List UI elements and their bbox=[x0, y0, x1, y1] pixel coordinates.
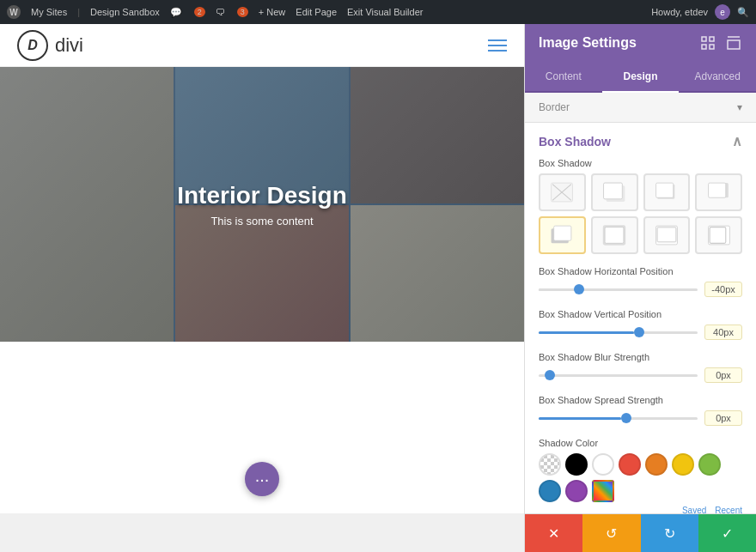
vertical-position-value[interactable]: 40px bbox=[704, 325, 742, 340]
blur-strength-thumb[interactable] bbox=[545, 370, 555, 380]
vertical-position-label: Box Shadow Vertical Position bbox=[539, 309, 742, 319]
shadow-option-7[interactable] bbox=[695, 216, 742, 254]
color-swatch-white[interactable] bbox=[592, 453, 614, 476]
spread-strength-row: Box Shadow Spread Strength 0px bbox=[539, 395, 742, 426]
svg-rect-0 bbox=[702, 37, 706, 41]
blur-strength-label: Box Shadow Blur Strength bbox=[539, 352, 742, 362]
admin-bar: W My Sites | Design Sandbox 💬 2 🗨 3 + Ne… bbox=[0, 0, 756, 24]
tab-advanced[interactable]: Advanced bbox=[679, 62, 756, 91]
color-swatch-purple[interactable] bbox=[565, 480, 588, 502]
new-link[interactable]: + New bbox=[259, 7, 286, 17]
spread-strength-track[interactable] bbox=[539, 417, 698, 420]
svg-rect-2 bbox=[702, 45, 706, 49]
saved-label[interactable]: Saved bbox=[682, 506, 706, 513]
reset-button[interactable]: ↺ bbox=[582, 514, 640, 552]
shadow-option-1[interactable] bbox=[591, 173, 638, 211]
hero-area: Interior Design This is some content bbox=[0, 67, 524, 342]
shadow-option-2[interactable] bbox=[643, 173, 691, 211]
spread-strength-control: 0px bbox=[539, 410, 742, 426]
blur-strength-value[interactable]: 0px bbox=[704, 367, 742, 383]
exit-vb-link[interactable]: Exit Visual Builder bbox=[347, 7, 423, 17]
shadow-option-3[interactable] bbox=[695, 173, 742, 211]
recent-label[interactable]: Recent bbox=[715, 506, 742, 513]
color-swatch-brush[interactable] bbox=[592, 480, 614, 502]
box-shadow-section: Box Shadow ∧ Box Shadow bbox=[525, 123, 756, 513]
svg-rect-22 bbox=[708, 226, 729, 245]
vertical-position-row: Box Shadow Vertical Position 40px bbox=[539, 309, 742, 340]
float-action-button[interactable]: ··· bbox=[245, 462, 279, 496]
svg-rect-3 bbox=[710, 45, 714, 49]
refresh-button[interactable]: ↻ bbox=[641, 514, 698, 552]
border-section-collapsed[interactable]: Border ▾ bbox=[525, 93, 756, 123]
horizontal-position-value[interactable]: -40px bbox=[704, 282, 742, 297]
spread-strength-thumb[interactable] bbox=[621, 413, 631, 423]
post-icon[interactable]: 🗨 bbox=[216, 7, 225, 17]
wp-icon[interactable]: W bbox=[7, 5, 21, 19]
hero-overlay: Interior Design This is some content bbox=[0, 67, 524, 342]
main-layout: D divi Interior Design This is some bbox=[0, 24, 756, 552]
spread-strength-value[interactable]: 0px bbox=[704, 410, 742, 426]
admin-bar-right: Howdy, etdev e 🔍 bbox=[651, 4, 749, 20]
spread-strength-label: Box Shadow Spread Strength bbox=[539, 395, 742, 405]
logo-letter: D bbox=[27, 38, 38, 53]
search-icon[interactable]: 🔍 bbox=[737, 7, 749, 18]
save-button[interactable]: ✓ bbox=[698, 514, 756, 552]
my-sites-link[interactable]: My Sites bbox=[31, 7, 67, 17]
vertical-position-thumb[interactable] bbox=[634, 327, 644, 337]
hamburger-icon[interactable] bbox=[488, 39, 507, 52]
user-avatar[interactable]: e bbox=[715, 4, 730, 20]
shadow-option-4[interactable] bbox=[539, 216, 586, 254]
box-shadow-toggle[interactable]: ∧ bbox=[732, 133, 742, 149]
border-expand-icon: ▾ bbox=[737, 101, 742, 113]
vertical-position-control: 40px bbox=[539, 325, 742, 340]
panel-header-icons bbox=[699, 34, 742, 52]
logo-circle: D bbox=[17, 30, 48, 61]
horizontal-position-row: Box Shadow Horizontal Position -40px bbox=[539, 266, 742, 297]
blur-strength-row: Box Shadow Blur Strength 0px bbox=[539, 352, 742, 383]
shadow-options-grid bbox=[539, 173, 742, 254]
color-swatch-red[interactable] bbox=[619, 453, 641, 476]
horizontal-position-control: -40px bbox=[539, 282, 742, 297]
header-menu[interactable] bbox=[488, 39, 507, 52]
comment-icon[interactable]: 💬 bbox=[170, 7, 182, 18]
tab-design[interactable]: Design bbox=[602, 62, 680, 93]
vertical-position-track[interactable] bbox=[539, 331, 698, 334]
border-section-label: Border bbox=[539, 101, 570, 113]
horizontal-position-label: Box Shadow Horizontal Position bbox=[539, 266, 742, 276]
fullscreen-icon[interactable] bbox=[699, 34, 716, 52]
panel-title: Image Settings bbox=[539, 35, 637, 51]
shadow-option-6[interactable] bbox=[643, 216, 691, 254]
horizontal-position-track[interactable] bbox=[539, 288, 698, 291]
svg-rect-15 bbox=[708, 183, 725, 197]
collapse-icon[interactable] bbox=[725, 34, 742, 52]
comment-count: 2 bbox=[194, 7, 205, 17]
color-swatch-yellow[interactable] bbox=[672, 453, 694, 476]
panel-tabs: Content Design Advanced bbox=[525, 62, 756, 93]
cancel-button[interactable]: ✕ bbox=[525, 514, 582, 552]
design-sandbox-link[interactable]: Design Sandbox bbox=[90, 7, 160, 17]
divi-header: D divi bbox=[0, 24, 524, 67]
color-swatch-green[interactable] bbox=[698, 453, 721, 476]
hero-subtitle: This is some content bbox=[210, 215, 313, 227]
edit-page-link[interactable]: Edit Page bbox=[296, 7, 337, 17]
horizontal-position-thumb[interactable] bbox=[574, 284, 584, 294]
shadow-option-none[interactable] bbox=[539, 173, 586, 211]
svg-rect-13 bbox=[655, 183, 673, 197]
canvas-area: D divi Interior Design This is some bbox=[0, 24, 524, 552]
color-swatch-blue[interactable] bbox=[539, 480, 561, 502]
box-shadow-title-text: Box Shadow bbox=[539, 135, 611, 149]
tab-content[interactable]: Content bbox=[525, 62, 602, 91]
svg-rect-19 bbox=[605, 227, 624, 244]
color-swatch-black[interactable] bbox=[565, 453, 588, 476]
post-count: 3 bbox=[237, 7, 248, 17]
svg-rect-11 bbox=[604, 183, 623, 199]
svg-rect-1 bbox=[710, 37, 714, 41]
blur-strength-track[interactable] bbox=[539, 374, 698, 377]
box-shadow-title: Box Shadow ∧ bbox=[539, 133, 742, 149]
color-swatch-orange[interactable] bbox=[645, 453, 668, 476]
color-swatches bbox=[539, 453, 742, 502]
svg-rect-4 bbox=[728, 40, 740, 49]
shadow-option-5[interactable] bbox=[591, 216, 638, 254]
panel-header: Image Settings bbox=[525, 24, 756, 62]
color-swatch-transparent[interactable] bbox=[539, 453, 561, 476]
